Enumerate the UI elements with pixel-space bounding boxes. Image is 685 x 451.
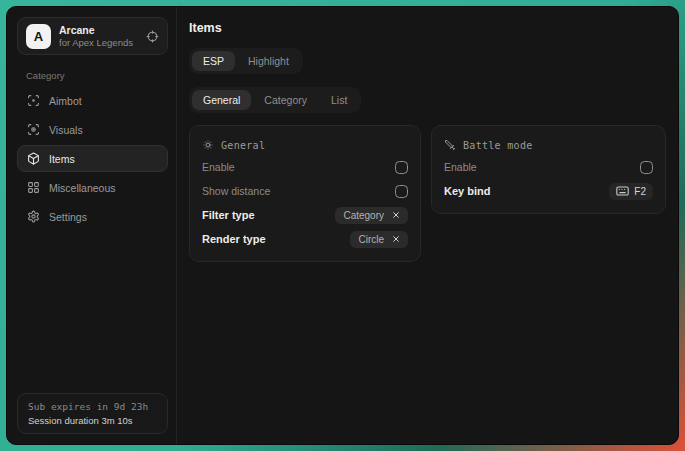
package-icon (27, 152, 40, 165)
desktop-background: A Arcane for Apex Legends Category (0, 0, 685, 451)
key-bind-button[interactable]: F2 (609, 183, 653, 200)
tab-highlight[interactable]: Highlight (237, 51, 300, 71)
sidebar-nav: Aimbot Visuals I (17, 87, 168, 230)
card-title-text: Battle mode (463, 140, 533, 151)
sidebar-item-label: Miscellaneous (49, 182, 116, 194)
app-subtitle: for Apex Legends (59, 37, 133, 49)
setting-row-show-distance: Show distance (202, 179, 408, 203)
render-type-select[interactable]: Circle (350, 231, 408, 248)
sidebar-item-label: Visuals (49, 124, 83, 136)
sidebar: A Arcane for Apex Legends Category (7, 7, 177, 444)
sidebar-item-settings[interactable]: Settings (17, 203, 168, 230)
key-bind-value: F2 (634, 186, 646, 197)
page-title: Items (189, 21, 666, 35)
battle-enable-checkbox[interactable] (640, 161, 653, 174)
scan-eye-icon (27, 123, 40, 136)
filter-type-select[interactable]: Category (335, 207, 408, 224)
setting-row-key-bind: Key bind F2 (444, 179, 653, 203)
main-content: Items ESP Highlight General Category Lis… (177, 7, 678, 444)
subscription-info-card: Sub expires in 9d 23h Session duration 3… (17, 393, 168, 434)
setting-row-render-type: Render type Circle (202, 227, 408, 251)
crosshair-target-icon[interactable] (146, 30, 159, 43)
gear-icon (27, 210, 40, 223)
sidebar-section-label: Category (26, 70, 168, 81)
setting-label: Render type (202, 233, 266, 245)
layout-grid-icon (27, 181, 40, 194)
sub-expiry-text: Sub expires in 9d 23h (28, 401, 157, 412)
scan-crosshair-icon (27, 94, 40, 107)
sidebar-item-label: Settings (49, 211, 87, 223)
close-icon[interactable] (392, 211, 400, 219)
filter-type-value: Category (343, 210, 384, 221)
sidebar-item-items[interactable]: Items (17, 145, 168, 172)
general-card: General Enable Show distance Filter type… (189, 125, 421, 262)
tab-category[interactable]: Category (253, 90, 318, 110)
sun-dim-icon (202, 139, 214, 151)
setting-label: Enable (202, 161, 235, 173)
view-tab-group: General Category List (189, 87, 361, 113)
sidebar-item-label: Aimbot (49, 95, 82, 107)
setting-label: Enable (444, 161, 477, 173)
session-duration-text: Session duration 3m 10s (28, 415, 157, 426)
mode-tab-group: ESP Highlight (189, 48, 303, 74)
brand-card: A Arcane for Apex Legends (17, 17, 168, 55)
card-title-text: General (221, 140, 265, 151)
general-card-title: General (202, 135, 408, 155)
tab-esp[interactable]: ESP (192, 51, 235, 71)
setting-row-enable: Enable (202, 155, 408, 179)
show-distance-checkbox[interactable] (395, 185, 408, 198)
setting-label: Key bind (444, 185, 490, 197)
sidebar-item-label: Items (49, 153, 75, 165)
close-icon[interactable] (392, 235, 400, 243)
setting-row-filter-type: Filter type Category (202, 203, 408, 227)
sidebar-spacer (17, 230, 168, 393)
battle-mode-card: Battle mode Enable Key bind (431, 125, 666, 214)
setting-label: Show distance (202, 185, 270, 197)
app-name: Arcane (59, 24, 133, 37)
tab-list[interactable]: List (320, 90, 358, 110)
sidebar-item-aimbot[interactable]: Aimbot (17, 87, 168, 114)
brand-text: Arcane for Apex Legends (59, 24, 133, 49)
sword-icon (444, 139, 456, 151)
render-type-value: Circle (358, 234, 384, 245)
settings-cards: General Enable Show distance Filter type… (189, 125, 666, 262)
enable-checkbox[interactable] (395, 161, 408, 174)
app-window: A Arcane for Apex Legends Category (6, 6, 679, 445)
setting-label: Filter type (202, 209, 255, 221)
battle-mode-card-title: Battle mode (444, 135, 653, 155)
app-logo: A (26, 24, 51, 49)
keyboard-icon (616, 186, 629, 196)
tab-general[interactable]: General (192, 90, 251, 110)
sidebar-item-visuals[interactable]: Visuals (17, 116, 168, 143)
sidebar-item-miscellaneous[interactable]: Miscellaneous (17, 174, 168, 201)
setting-row-battle-enable: Enable (444, 155, 653, 179)
